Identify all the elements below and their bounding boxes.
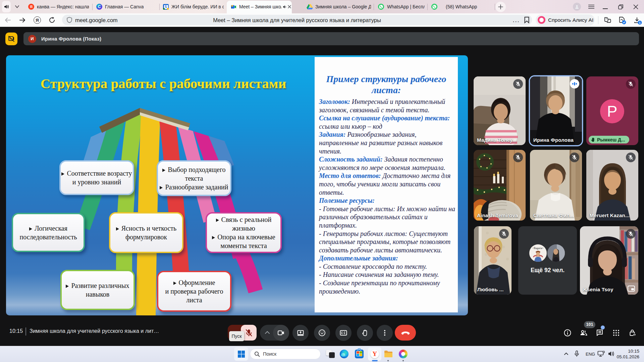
svg-text:~Bagaria~: ~Bagaria~ (532, 247, 544, 250)
svg-text:1: 1 (639, 21, 641, 24)
